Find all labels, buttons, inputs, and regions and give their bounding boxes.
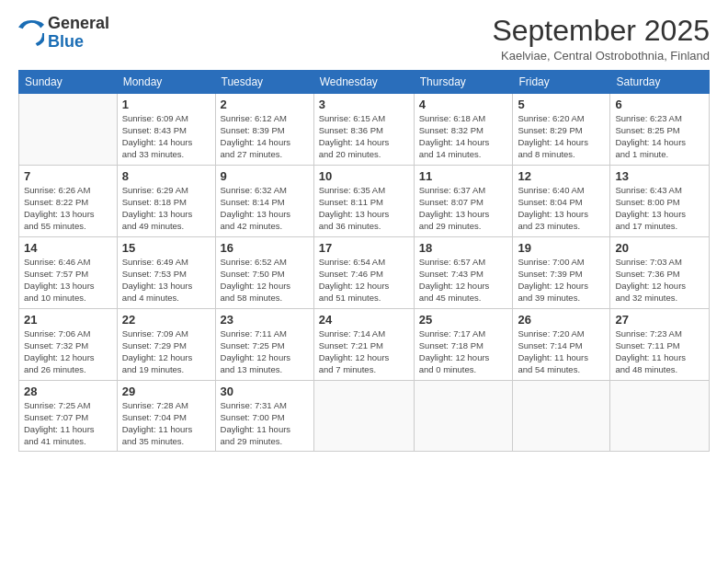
col-monday: Monday bbox=[117, 71, 215, 94]
day-info: Sunrise: 7:17 AMSunset: 7:18 PMDaylight:… bbox=[419, 328, 508, 375]
month-title: September 2025 bbox=[492, 15, 710, 47]
col-friday: Friday bbox=[513, 71, 610, 94]
table-row: 30Sunrise: 7:31 AMSunset: 7:00 PMDayligh… bbox=[215, 381, 313, 452]
day-number: 11 bbox=[419, 169, 508, 183]
table-row: 24Sunrise: 7:14 AMSunset: 7:21 PMDayligh… bbox=[313, 309, 414, 381]
table-row: 2Sunrise: 6:12 AMSunset: 8:39 PMDaylight… bbox=[215, 94, 313, 166]
day-number: 22 bbox=[122, 313, 210, 327]
day-number: 15 bbox=[122, 241, 210, 255]
table-row: 20Sunrise: 7:03 AMSunset: 7:36 PMDayligh… bbox=[610, 237, 710, 309]
table-row bbox=[610, 381, 710, 452]
table-row: 26Sunrise: 7:20 AMSunset: 7:14 PMDayligh… bbox=[513, 309, 610, 381]
day-info: Sunrise: 6:15 AMSunset: 8:36 PMDaylight:… bbox=[319, 113, 409, 160]
logo-icon bbox=[18, 20, 44, 46]
day-number: 24 bbox=[319, 313, 409, 327]
day-number: 21 bbox=[24, 313, 112, 327]
day-info: Sunrise: 6:12 AMSunset: 8:39 PMDaylight:… bbox=[221, 113, 309, 160]
day-number: 2 bbox=[221, 98, 309, 111]
day-info: Sunrise: 7:11 AMSunset: 7:25 PMDaylight:… bbox=[221, 328, 309, 375]
day-info: Sunrise: 6:35 AMSunset: 8:11 PMDaylight:… bbox=[319, 185, 409, 232]
table-row: 5Sunrise: 6:20 AMSunset: 8:29 PMDaylight… bbox=[513, 94, 610, 166]
day-info: Sunrise: 6:09 AMSunset: 8:43 PMDaylight:… bbox=[122, 113, 210, 160]
day-info: Sunrise: 6:40 AMSunset: 8:04 PMDaylight:… bbox=[518, 185, 605, 232]
logo: General Blue bbox=[18, 15, 109, 52]
day-number: 1 bbox=[122, 98, 210, 111]
day-number: 6 bbox=[615, 98, 704, 111]
day-number: 30 bbox=[221, 385, 309, 398]
day-number: 10 bbox=[319, 169, 409, 183]
day-number: 23 bbox=[221, 313, 309, 327]
day-info: Sunrise: 7:23 AMSunset: 7:11 PMDaylight:… bbox=[615, 328, 704, 375]
table-row: 13Sunrise: 6:43 AMSunset: 8:00 PMDayligh… bbox=[610, 166, 710, 237]
day-number: 7 bbox=[24, 169, 112, 183]
day-info: Sunrise: 6:54 AMSunset: 7:46 PMDaylight:… bbox=[319, 257, 409, 304]
day-info: Sunrise: 7:20 AMSunset: 7:14 PMDaylight:… bbox=[518, 328, 605, 375]
day-info: Sunrise: 7:25 AMSunset: 7:07 PMDaylight:… bbox=[24, 400, 112, 447]
table-row: 8Sunrise: 6:29 AMSunset: 8:18 PMDaylight… bbox=[117, 166, 215, 237]
table-row: 27Sunrise: 7:23 AMSunset: 7:11 PMDayligh… bbox=[610, 309, 710, 381]
day-number: 5 bbox=[518, 98, 605, 111]
col-wednesday: Wednesday bbox=[313, 71, 414, 94]
day-info: Sunrise: 6:32 AMSunset: 8:14 PMDaylight:… bbox=[221, 185, 309, 232]
day-number: 16 bbox=[221, 241, 309, 255]
day-info: Sunrise: 6:57 AMSunset: 7:43 PMDaylight:… bbox=[419, 257, 508, 304]
day-number: 12 bbox=[518, 169, 605, 183]
logo-general-text: General bbox=[48, 14, 109, 32]
table-row: 16Sunrise: 6:52 AMSunset: 7:50 PMDayligh… bbox=[215, 237, 313, 309]
day-number: 4 bbox=[419, 98, 508, 111]
table-row: 21Sunrise: 7:06 AMSunset: 7:32 PMDayligh… bbox=[19, 309, 118, 381]
table-row: 18Sunrise: 6:57 AMSunset: 7:43 PMDayligh… bbox=[414, 237, 513, 309]
day-number: 13 bbox=[615, 169, 704, 183]
col-thursday: Thursday bbox=[414, 71, 513, 94]
table-row: 17Sunrise: 6:54 AMSunset: 7:46 PMDayligh… bbox=[313, 237, 414, 309]
day-number: 3 bbox=[319, 98, 409, 111]
table-row: 25Sunrise: 7:17 AMSunset: 7:18 PMDayligh… bbox=[414, 309, 513, 381]
table-row: 11Sunrise: 6:37 AMSunset: 8:07 PMDayligh… bbox=[414, 166, 513, 237]
day-info: Sunrise: 6:43 AMSunset: 8:00 PMDaylight:… bbox=[615, 185, 704, 232]
day-info: Sunrise: 7:06 AMSunset: 7:32 PMDaylight:… bbox=[24, 328, 112, 375]
day-number: 28 bbox=[24, 385, 112, 398]
table-row: 4Sunrise: 6:18 AMSunset: 8:32 PMDaylight… bbox=[414, 94, 513, 166]
table-row: 19Sunrise: 7:00 AMSunset: 7:39 PMDayligh… bbox=[513, 237, 610, 309]
location-subtitle: Kaelviae, Central Ostrobothnia, Finland bbox=[492, 49, 710, 63]
day-number: 9 bbox=[221, 169, 309, 183]
table-row: 10Sunrise: 6:35 AMSunset: 8:11 PMDayligh… bbox=[313, 166, 414, 237]
table-row: 29Sunrise: 7:28 AMSunset: 7:04 PMDayligh… bbox=[117, 381, 215, 452]
title-block: September 2025 Kaelviae, Central Ostrobo… bbox=[492, 15, 710, 63]
table-row: 7Sunrise: 6:26 AMSunset: 8:22 PMDaylight… bbox=[19, 166, 118, 237]
calendar-table: Sunday Monday Tuesday Wednesday Thursday… bbox=[18, 70, 710, 452]
table-row: 1Sunrise: 6:09 AMSunset: 8:43 PMDaylight… bbox=[117, 94, 215, 166]
day-number: 29 bbox=[122, 385, 210, 398]
day-info: Sunrise: 6:37 AMSunset: 8:07 PMDaylight:… bbox=[419, 185, 508, 232]
table-row: 23Sunrise: 7:11 AMSunset: 7:25 PMDayligh… bbox=[215, 309, 313, 381]
day-number: 26 bbox=[518, 313, 605, 327]
table-row bbox=[19, 94, 118, 166]
table-row: 12Sunrise: 6:40 AMSunset: 8:04 PMDayligh… bbox=[513, 166, 610, 237]
day-info: Sunrise: 6:26 AMSunset: 8:22 PMDaylight:… bbox=[24, 185, 112, 232]
day-info: Sunrise: 6:23 AMSunset: 8:25 PMDaylight:… bbox=[615, 113, 704, 160]
col-sunday: Sunday bbox=[19, 71, 118, 94]
day-number: 8 bbox=[122, 169, 210, 183]
day-info: Sunrise: 7:09 AMSunset: 7:29 PMDaylight:… bbox=[122, 328, 210, 375]
day-info: Sunrise: 6:29 AMSunset: 8:18 PMDaylight:… bbox=[122, 185, 210, 232]
col-saturday: Saturday bbox=[610, 71, 710, 94]
day-info: Sunrise: 6:46 AMSunset: 7:57 PMDaylight:… bbox=[24, 257, 112, 304]
day-number: 27 bbox=[615, 313, 704, 327]
table-row bbox=[414, 381, 513, 452]
logo-blue-text: Blue bbox=[48, 32, 84, 51]
day-info: Sunrise: 7:03 AMSunset: 7:36 PMDaylight:… bbox=[615, 257, 704, 304]
day-number: 20 bbox=[615, 241, 704, 255]
col-tuesday: Tuesday bbox=[215, 71, 313, 94]
day-number: 19 bbox=[518, 241, 605, 255]
day-number: 17 bbox=[319, 241, 409, 255]
day-info: Sunrise: 6:18 AMSunset: 8:32 PMDaylight:… bbox=[419, 113, 508, 160]
day-info: Sunrise: 6:20 AMSunset: 8:29 PMDaylight:… bbox=[518, 113, 605, 160]
table-row bbox=[313, 381, 414, 452]
table-row: 14Sunrise: 6:46 AMSunset: 7:57 PMDayligh… bbox=[19, 237, 118, 309]
day-info: Sunrise: 6:52 AMSunset: 7:50 PMDaylight:… bbox=[221, 257, 309, 304]
table-row: 15Sunrise: 6:49 AMSunset: 7:53 PMDayligh… bbox=[117, 237, 215, 309]
day-info: Sunrise: 7:31 AMSunset: 7:00 PMDaylight:… bbox=[221, 400, 309, 447]
day-number: 14 bbox=[24, 241, 112, 255]
table-row: 3Sunrise: 6:15 AMSunset: 8:36 PMDaylight… bbox=[313, 94, 414, 166]
day-info: Sunrise: 7:28 AMSunset: 7:04 PMDaylight:… bbox=[122, 400, 210, 447]
